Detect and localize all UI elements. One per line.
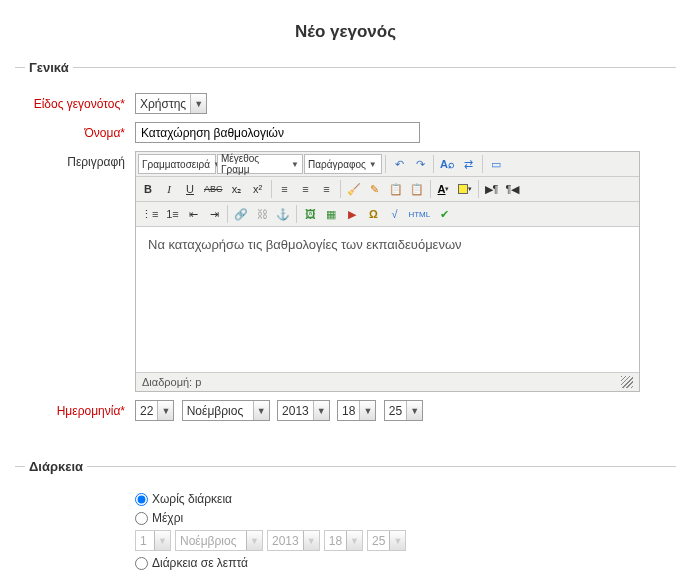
ltr-button[interactable]: ▶¶ <box>482 179 502 199</box>
remove-format-button[interactable]: ✎ <box>365 179 385 199</box>
page-title: Νέο γεγονός <box>15 22 676 42</box>
outdent-button[interactable]: ⇤ <box>183 204 203 224</box>
number-list-button[interactable]: 1≡ <box>162 204 182 224</box>
name-label: Όνομα* <box>25 122 135 140</box>
editor-status-bar: Διαδρομή: p <box>136 372 639 391</box>
image-button[interactable]: 🖼 <box>300 204 320 224</box>
underline-button[interactable]: U <box>180 179 200 199</box>
unlink-button[interactable]: ⛓ <box>252 204 272 224</box>
chevron-down-icon: ▼ <box>157 401 173 420</box>
event-type-label: Είδος γεγονότος* <box>25 93 135 111</box>
redo-button[interactable]: ↷ <box>410 154 430 174</box>
indent-button[interactable]: ⇥ <box>204 204 224 224</box>
fullscreen-button[interactable]: ▭ <box>486 154 506 174</box>
duration-none-radio[interactable] <box>135 493 148 506</box>
duration-until-label: Μέχρι <box>152 511 183 525</box>
until-hour-select[interactable]: 18▼ <box>324 530 363 551</box>
rtl-button[interactable]: ¶◀ <box>503 179 523 199</box>
bold-button[interactable]: B <box>138 179 158 199</box>
bullet-list-button[interactable]: ⋮≡ <box>138 204 161 224</box>
chevron-down-icon: ▼ <box>389 531 405 550</box>
html-button[interactable]: HTML <box>405 204 433 224</box>
strike-button[interactable]: ABC <box>201 179 226 199</box>
date-hour-select[interactable]: 18▼ <box>337 400 376 421</box>
chevron-down-icon: ▼ <box>359 401 375 420</box>
editor-path: Διαδρομή: p <box>142 376 201 388</box>
paste-word-button[interactable]: 📋 <box>407 179 427 199</box>
duration-legend: Διάρκεια <box>25 459 87 474</box>
date-day-select[interactable]: 22▼ <box>135 400 174 421</box>
spellcheck-button[interactable]: ✔ <box>434 204 454 224</box>
chevron-down-icon: ▼ <box>253 401 269 420</box>
italic-button[interactable]: I <box>159 179 179 199</box>
rich-text-editor: Γραμματοσειρά▼ Μέγεθος Γραμμ▼ Παράγραφος… <box>135 151 640 392</box>
duration-minutes-label: Διάρκεια σε λεπτά <box>152 556 248 570</box>
embed-button[interactable]: ▶ <box>342 204 362 224</box>
paste-text-button[interactable]: 📋 <box>386 179 406 199</box>
font-size-select[interactable]: Μέγεθος Γραμμ▼ <box>217 154 303 174</box>
chevron-down-icon: ▼ <box>346 531 362 550</box>
chevron-down-icon: ▼ <box>303 531 319 550</box>
editor-toolbar-2: B I U ABC x₂ x² ≡ ≡ ≡ 🧹 ✎ 📋 <box>136 177 639 202</box>
font-family-select[interactable]: Γραμματοσειρά▼ <box>138 154 216 174</box>
omega-button[interactable]: Ω <box>363 204 383 224</box>
link-button[interactable]: 🔗 <box>231 204 251 224</box>
media-button[interactable]: ▦ <box>321 204 341 224</box>
align-left-button[interactable]: ≡ <box>275 179 295 199</box>
duration-until-radio[interactable] <box>135 512 148 525</box>
undo-button[interactable]: ↶ <box>389 154 409 174</box>
align-right-button[interactable]: ≡ <box>317 179 337 199</box>
event-type-select[interactable]: Χρήστης▼ <box>135 93 207 114</box>
duration-none-label: Χωρίς διάρκεια <box>152 492 232 506</box>
until-minute-select[interactable]: 25▼ <box>367 530 406 551</box>
align-center-button[interactable]: ≡ <box>296 179 316 199</box>
editor-toolbar-1: Γραμματοσειρά▼ Μέγεθος Γραμμ▼ Παράγραφος… <box>136 152 639 177</box>
description-label: Περιγραφή <box>25 151 135 169</box>
superscript-button[interactable]: x² <box>248 179 268 199</box>
chevron-down-icon: ▼ <box>190 94 206 113</box>
date-label: Ημερομηνία* <box>25 400 135 418</box>
find-button[interactable]: A⌕ <box>437 154 458 174</box>
date-month-select[interactable]: Νοέμβριος▼ <box>182 400 270 421</box>
chevron-down-icon: ▼ <box>246 531 262 550</box>
duration-minutes-radio[interactable] <box>135 557 148 570</box>
text-color-button[interactable]: A▾ <box>434 179 454 199</box>
replace-button[interactable]: ⇄ <box>459 154 479 174</box>
chevron-down-icon: ▼ <box>154 531 170 550</box>
equation-button[interactable]: √ <box>384 204 404 224</box>
clear-format-button[interactable]: 🧹 <box>344 179 364 199</box>
name-input[interactable] <box>135 122 420 143</box>
resize-handle-icon[interactable] <box>621 376 633 388</box>
subscript-button[interactable]: x₂ <box>227 179 247 199</box>
chevron-down-icon: ▼ <box>406 401 422 420</box>
date-year-select[interactable]: 2013▼ <box>277 400 330 421</box>
editor-body[interactable]: Να καταχωρήσω τις βαθμολογίες των εκπαιδ… <box>136 227 639 372</box>
format-select[interactable]: Παράγραφος▼ <box>304 154 382 174</box>
duration-fieldset: Διάρκεια Χωρίς διάρκεια Μέχρι 1▼ Νοέμβρι… <box>15 459 676 578</box>
editor-toolbar-3: ⋮≡ 1≡ ⇤ ⇥ 🔗 ⛓ ⚓ 🖼 ▦ ▶ Ω √ HT <box>136 202 639 227</box>
until-year-select[interactable]: 2013▼ <box>267 530 320 551</box>
date-minute-select[interactable]: 25▼ <box>384 400 423 421</box>
anchor-button[interactable]: ⚓ <box>273 204 293 224</box>
until-day-select[interactable]: 1▼ <box>135 530 171 551</box>
chevron-down-icon: ▼ <box>313 401 329 420</box>
bg-color-button[interactable]: ▾ <box>455 179 475 199</box>
general-fieldset: Γενικά Είδος γεγονότος* Χρήστης▼ Όνομα* … <box>15 60 676 444</box>
until-month-select[interactable]: Νοέμβριος▼ <box>175 530 263 551</box>
general-legend: Γενικά <box>25 60 73 75</box>
